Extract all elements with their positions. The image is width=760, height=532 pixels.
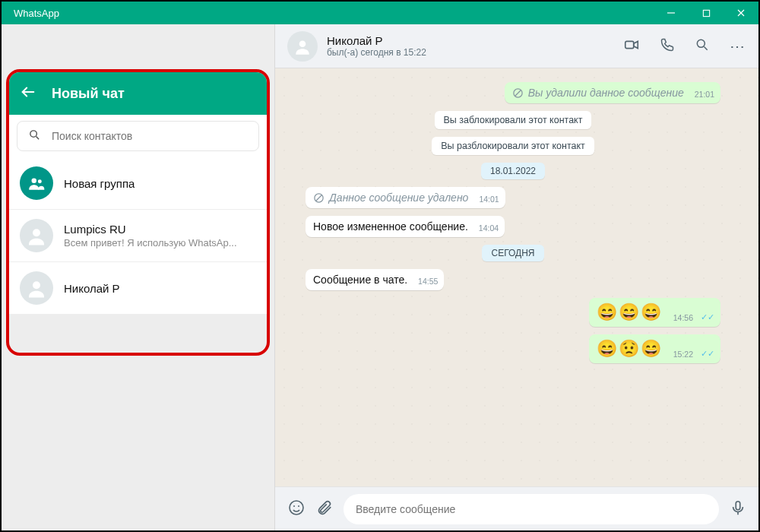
- left-pane: Новый чат: [2, 24, 275, 530]
- composer: [275, 486, 758, 530]
- messages-area[interactable]: Вы удалили данное сообщение 21:01 Вы заб…: [275, 68, 758, 486]
- search-input[interactable]: [52, 130, 248, 142]
- message-out[interactable]: 😄😟😄 15:22 ✓✓: [589, 334, 720, 363]
- svg-point-8: [38, 179, 42, 183]
- mic-icon[interactable]: [730, 499, 746, 519]
- titlebar: WhatsApp: [2, 2, 758, 24]
- read-ticks-icon: ✓✓: [701, 312, 714, 322]
- svg-line-17: [515, 90, 521, 96]
- contact-item[interactable]: Lumpics RU Всем привет! Я использую What…: [9, 210, 267, 262]
- date-chip: СЕГОДНЯ: [482, 245, 543, 261]
- svg-point-21: [293, 505, 295, 507]
- app-title: WhatsApp: [2, 8, 59, 19]
- video-call-icon[interactable]: [623, 36, 640, 56]
- maximize-button[interactable]: [689, 2, 724, 24]
- message-input[interactable]: [344, 494, 719, 524]
- message-in[interactable]: Сообщение в чате. 14:55: [306, 269, 444, 290]
- svg-line-6: [36, 136, 40, 139]
- voice-call-icon[interactable]: [660, 37, 675, 55]
- svg-point-7: [32, 179, 37, 184]
- close-button[interactable]: [724, 2, 758, 24]
- chat-avatar[interactable]: [287, 31, 318, 62]
- search-in-chat-icon[interactable]: [695, 37, 710, 55]
- svg-line-15: [705, 46, 708, 49]
- avatar-icon: [20, 219, 53, 252]
- svg-line-19: [316, 195, 322, 201]
- emoji-icon[interactable]: [287, 499, 306, 520]
- attach-icon[interactable]: [316, 499, 333, 519]
- message-out-deleted[interactable]: Вы удалили данное сообщение 21:01: [505, 82, 720, 103]
- chat-menu-icon[interactable]: ⋯: [730, 37, 746, 55]
- chat-contact-name: Николай Р: [327, 34, 426, 47]
- chat-header: Николай Р был(-а) сегодня в 15:22 ⋯: [275, 24, 758, 68]
- panel-title: Новый чат: [52, 86, 125, 102]
- app-window: WhatsApp Новый чат: [0, 0, 760, 532]
- read-ticks-icon: ✓✓: [701, 349, 714, 359]
- message-out[interactable]: 😄😄😄 14:56 ✓✓: [589, 298, 720, 327]
- contact-name: Lumpics RU: [64, 223, 237, 236]
- avatar-icon: [20, 271, 53, 305]
- system-message: Вы разблокировали этот контакт: [432, 137, 594, 155]
- svg-point-5: [30, 130, 37, 137]
- chat-pane: Николай Р был(-а) сегодня в 15:22 ⋯: [275, 24, 758, 530]
- contact-item[interactable]: Николай Р: [9, 262, 267, 315]
- contact-status: Всем привет! Я использую WhatsAp...: [64, 237, 237, 249]
- svg-point-14: [697, 40, 705, 47]
- svg-rect-12: [625, 41, 634, 48]
- new-group-label: Новая группа: [64, 177, 135, 190]
- svg-point-20: [290, 501, 303, 515]
- svg-rect-23: [736, 501, 740, 509]
- svg-point-22: [298, 505, 299, 507]
- minimize-button[interactable]: [654, 2, 689, 24]
- svg-marker-13: [634, 41, 638, 48]
- svg-point-10: [33, 281, 40, 289]
- svg-point-9: [33, 229, 40, 236]
- contact-name: Николай Р: [64, 282, 120, 295]
- date-chip: 18.01.2022: [481, 163, 545, 179]
- back-button[interactable]: [20, 84, 36, 103]
- svg-rect-1: [703, 10, 709, 16]
- new-group-item[interactable]: Новая группа: [9, 157, 267, 210]
- contact-list: Новая группа Lumpics RU Всем привет! Я и…: [9, 157, 267, 315]
- group-icon: [20, 166, 53, 200]
- new-chat-header: Новый чат: [9, 72, 267, 115]
- chat-last-seen: был(-а) сегодня в 15:22: [327, 47, 426, 58]
- window-controls: [654, 2, 758, 24]
- svg-point-11: [299, 40, 306, 47]
- new-chat-panel-highlight: Новый чат: [6, 69, 270, 356]
- message-in-deleted[interactable]: Данное сообщение удалено 14:01: [306, 187, 505, 208]
- search-icon: [28, 128, 41, 144]
- message-in[interactable]: Новое измененное сообщение. 14:04: [306, 216, 505, 237]
- system-message: Вы заблокировали этот контакт: [435, 111, 592, 129]
- search-input-wrap[interactable]: [17, 121, 259, 151]
